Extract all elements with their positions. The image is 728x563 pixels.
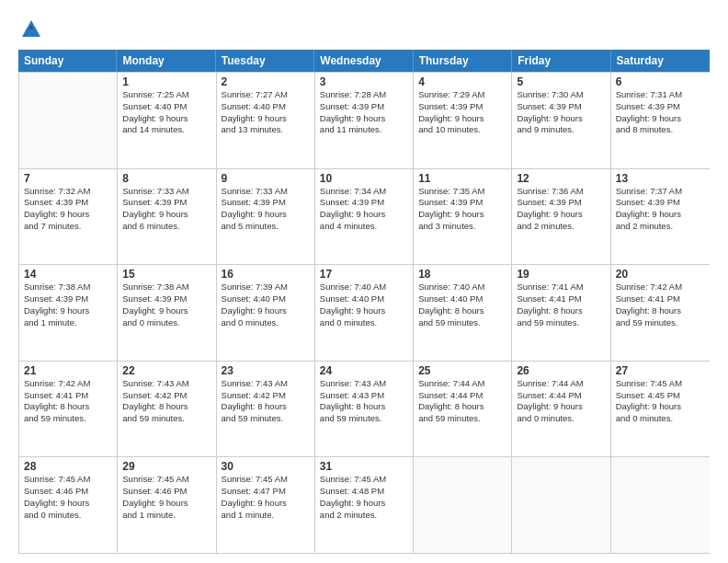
cell-info: Sunrise: 7:28 AM Sunset: 4:39 PM Dayligh…: [320, 89, 408, 136]
calendar-cell: 27Sunrise: 7:45 AM Sunset: 4:45 PM Dayli…: [611, 362, 710, 457]
day-number: 18: [418, 268, 506, 281]
calendar-cell: 3Sunrise: 7:28 AM Sunset: 4:39 PM Daylig…: [315, 73, 414, 168]
svg-rect-2: [26, 29, 37, 37]
calendar-cell: 8Sunrise: 7:33 AM Sunset: 4:39 PM Daylig…: [118, 169, 216, 265]
weekday-header-friday: Friday: [512, 50, 610, 72]
calendar-row-0: 1Sunrise: 7:25 AM Sunset: 4:40 PM Daylig…: [19, 72, 710, 168]
cell-info: Sunrise: 7:45 AM Sunset: 4:46 PM Dayligh…: [122, 474, 210, 521]
day-number: 22: [122, 364, 210, 377]
calendar-row-3: 21Sunrise: 7:42 AM Sunset: 4:41 PM Dayli…: [19, 361, 710, 457]
cell-info: Sunrise: 7:45 AM Sunset: 4:47 PM Dayligh…: [222, 474, 310, 521]
calendar-cell: 14Sunrise: 7:38 AM Sunset: 4:39 PM Dayli…: [19, 265, 118, 361]
calendar-cell: [414, 457, 512, 553]
cell-info: Sunrise: 7:30 AM Sunset: 4:39 PM Dayligh…: [517, 89, 605, 136]
calendar-cell: 4Sunrise: 7:29 AM Sunset: 4:39 PM Daylig…: [414, 73, 512, 168]
cell-info: Sunrise: 7:36 AM Sunset: 4:39 PM Dayligh…: [517, 186, 605, 233]
weekday-header-monday: Monday: [117, 50, 215, 72]
calendar-cell: 18Sunrise: 7:40 AM Sunset: 4:40 PM Dayli…: [414, 265, 512, 361]
weekday-header-tuesday: Tuesday: [216, 50, 314, 72]
day-number: 16: [222, 268, 310, 281]
calendar-cell: [19, 73, 118, 168]
day-number: 23: [222, 364, 310, 377]
day-number: 28: [24, 460, 112, 473]
calendar-cell: 10Sunrise: 7:34 AM Sunset: 4:39 PM Dayli…: [315, 169, 414, 265]
calendar-cell: 23Sunrise: 7:43 AM Sunset: 4:42 PM Dayli…: [217, 362, 315, 457]
calendar-cell: 24Sunrise: 7:43 AM Sunset: 4:43 PM Dayli…: [315, 362, 414, 457]
day-number: 2: [222, 75, 310, 88]
calendar-cell: 20Sunrise: 7:42 AM Sunset: 4:41 PM Dayli…: [611, 265, 710, 361]
calendar-row-1: 7Sunrise: 7:32 AM Sunset: 4:39 PM Daylig…: [19, 168, 710, 265]
day-number: 9: [222, 172, 310, 185]
cell-info: Sunrise: 7:35 AM Sunset: 4:39 PM Dayligh…: [418, 186, 506, 233]
calendar-header: SundayMondayTuesdayWednesdayThursdayFrid…: [18, 50, 710, 72]
day-number: 6: [616, 75, 705, 88]
calendar-cell: [611, 457, 710, 553]
logo: [18, 17, 48, 42]
calendar-cell: 30Sunrise: 7:45 AM Sunset: 4:47 PM Dayli…: [217, 457, 315, 553]
day-number: 7: [24, 172, 112, 185]
calendar-cell: [512, 457, 610, 553]
cell-info: Sunrise: 7:39 AM Sunset: 4:40 PM Dayligh…: [222, 282, 310, 328]
calendar-cell: 9Sunrise: 7:33 AM Sunset: 4:39 PM Daylig…: [217, 169, 315, 265]
calendar-cell: 17Sunrise: 7:40 AM Sunset: 4:40 PM Dayli…: [315, 265, 414, 361]
day-number: 25: [418, 364, 506, 377]
cell-info: Sunrise: 7:33 AM Sunset: 4:39 PM Dayligh…: [222, 186, 310, 233]
weekday-header-saturday: Saturday: [611, 50, 710, 72]
calendar-cell: 19Sunrise: 7:41 AM Sunset: 4:41 PM Dayli…: [512, 265, 610, 361]
day-number: 4: [418, 75, 506, 88]
cell-info: Sunrise: 7:38 AM Sunset: 4:39 PM Dayligh…: [122, 282, 210, 328]
weekday-header-wednesday: Wednesday: [314, 50, 413, 72]
cell-info: Sunrise: 7:25 AM Sunset: 4:40 PM Dayligh…: [122, 89, 210, 136]
cell-info: Sunrise: 7:32 AM Sunset: 4:39 PM Dayligh…: [24, 186, 112, 233]
calendar-cell: 25Sunrise: 7:44 AM Sunset: 4:44 PM Dayli…: [414, 362, 512, 457]
day-number: 21: [24, 364, 112, 377]
calendar-row-4: 28Sunrise: 7:45 AM Sunset: 4:46 PM Dayli…: [19, 456, 710, 553]
calendar-cell: 6Sunrise: 7:31 AM Sunset: 4:39 PM Daylig…: [611, 73, 710, 168]
calendar-cell: 29Sunrise: 7:45 AM Sunset: 4:46 PM Dayli…: [118, 457, 216, 553]
calendar-cell: 31Sunrise: 7:45 AM Sunset: 4:48 PM Dayli…: [315, 457, 414, 553]
calendar-row-2: 14Sunrise: 7:38 AM Sunset: 4:39 PM Dayli…: [19, 264, 710, 361]
calendar-cell: 21Sunrise: 7:42 AM Sunset: 4:41 PM Dayli…: [19, 362, 118, 457]
day-number: 27: [616, 364, 705, 377]
day-number: 5: [517, 75, 605, 88]
day-number: 20: [616, 268, 705, 281]
calendar-cell: 12Sunrise: 7:36 AM Sunset: 4:39 PM Dayli…: [512, 169, 610, 265]
calendar-cell: 28Sunrise: 7:45 AM Sunset: 4:46 PM Dayli…: [19, 457, 118, 553]
day-number: 3: [320, 75, 408, 88]
day-number: 31: [320, 460, 408, 473]
calendar-body: 1Sunrise: 7:25 AM Sunset: 4:40 PM Daylig…: [18, 72, 710, 554]
calendar-cell: 13Sunrise: 7:37 AM Sunset: 4:39 PM Dayli…: [611, 169, 710, 265]
day-number: 19: [517, 268, 605, 281]
day-number: 26: [517, 364, 605, 377]
weekday-header-thursday: Thursday: [414, 50, 512, 72]
calendar-cell: 11Sunrise: 7:35 AM Sunset: 4:39 PM Dayli…: [414, 169, 512, 265]
day-number: 13: [616, 172, 705, 185]
calendar-cell: 1Sunrise: 7:25 AM Sunset: 4:40 PM Daylig…: [118, 73, 216, 168]
cell-info: Sunrise: 7:31 AM Sunset: 4:39 PM Dayligh…: [616, 89, 705, 136]
cell-info: Sunrise: 7:43 AM Sunset: 4:42 PM Dayligh…: [122, 378, 210, 425]
cell-info: Sunrise: 7:44 AM Sunset: 4:44 PM Dayligh…: [418, 378, 506, 425]
cell-info: Sunrise: 7:33 AM Sunset: 4:39 PM Dayligh…: [122, 186, 210, 233]
cell-info: Sunrise: 7:41 AM Sunset: 4:41 PM Dayligh…: [517, 282, 605, 328]
cell-info: Sunrise: 7:45 AM Sunset: 4:46 PM Dayligh…: [24, 474, 112, 521]
cell-info: Sunrise: 7:38 AM Sunset: 4:39 PM Dayligh…: [24, 282, 112, 328]
cell-info: Sunrise: 7:45 AM Sunset: 4:45 PM Dayligh…: [616, 378, 705, 425]
day-number: 8: [122, 172, 210, 185]
day-number: 29: [122, 460, 210, 473]
cell-info: Sunrise: 7:43 AM Sunset: 4:43 PM Dayligh…: [320, 378, 408, 425]
cell-info: Sunrise: 7:43 AM Sunset: 4:42 PM Dayligh…: [222, 378, 310, 425]
cell-info: Sunrise: 7:45 AM Sunset: 4:48 PM Dayligh…: [320, 474, 408, 521]
cell-info: Sunrise: 7:42 AM Sunset: 4:41 PM Dayligh…: [24, 378, 112, 425]
calendar-cell: 16Sunrise: 7:39 AM Sunset: 4:40 PM Dayli…: [217, 265, 315, 361]
logo-icon: [18, 17, 44, 42]
day-number: 12: [517, 172, 605, 185]
calendar-cell: 7Sunrise: 7:32 AM Sunset: 4:39 PM Daylig…: [19, 169, 118, 265]
cell-info: Sunrise: 7:27 AM Sunset: 4:40 PM Dayligh…: [222, 89, 310, 136]
day-number: 15: [122, 268, 210, 281]
cell-info: Sunrise: 7:44 AM Sunset: 4:44 PM Dayligh…: [517, 378, 605, 425]
weekday-header-sunday: Sunday: [18, 50, 117, 72]
calendar: SundayMondayTuesdayWednesdayThursdayFrid…: [18, 50, 710, 554]
cell-info: Sunrise: 7:40 AM Sunset: 4:40 PM Dayligh…: [320, 282, 408, 328]
day-number: 1: [122, 75, 210, 88]
calendar-cell: 5Sunrise: 7:30 AM Sunset: 4:39 PM Daylig…: [512, 73, 610, 168]
